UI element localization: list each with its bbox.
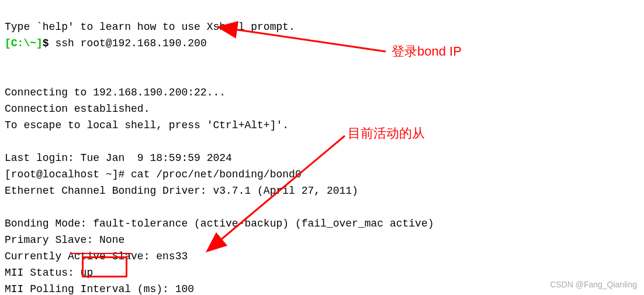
help-line: Type `help' to learn how to use Xshell p… — [5, 21, 295, 33]
cat-command-line: [root@localhost ~]# cat /proc/net/bondin… — [5, 169, 302, 180]
active-slave-line: Currently Active Slave: ens33 — [5, 251, 188, 262]
bonding-mode-line: Bonding Mode: fault-tolerance (active-ba… — [5, 218, 434, 229]
established-line: Connection established. — [5, 103, 150, 115]
mii-poll-line: MII Polling Interval (ms): 100 — [5, 283, 194, 295]
connecting-line: Connecting to 192.168.190.200:22... — [5, 87, 226, 98]
terminal-output: Type `help' to learn how to use Xshell p… — [5, 2, 639, 295]
driver-line: Ethernet Channel Bonding Driver: v3.7.1 … — [5, 185, 358, 197]
escape-line: To escape to local shell, press 'Ctrl+Al… — [5, 119, 289, 131]
prompt-local: [C:\~] — [5, 37, 43, 49]
annotation-login-bondip: 登录bond IP — [392, 43, 462, 60]
last-login-line: Last login: Tue Jan 9 18:59:59 2024 — [5, 152, 232, 164]
annotation-active-slave: 目前活动的从 — [348, 125, 425, 142]
primary-slave-line: Primary Slave: None — [5, 234, 124, 246]
mii-status-line: MII Status: up — [5, 267, 93, 279]
ssh-command[interactable]: ssh root@192.168.190.200 — [55, 37, 206, 49]
prompt-dollar: $ — [43, 37, 49, 49]
